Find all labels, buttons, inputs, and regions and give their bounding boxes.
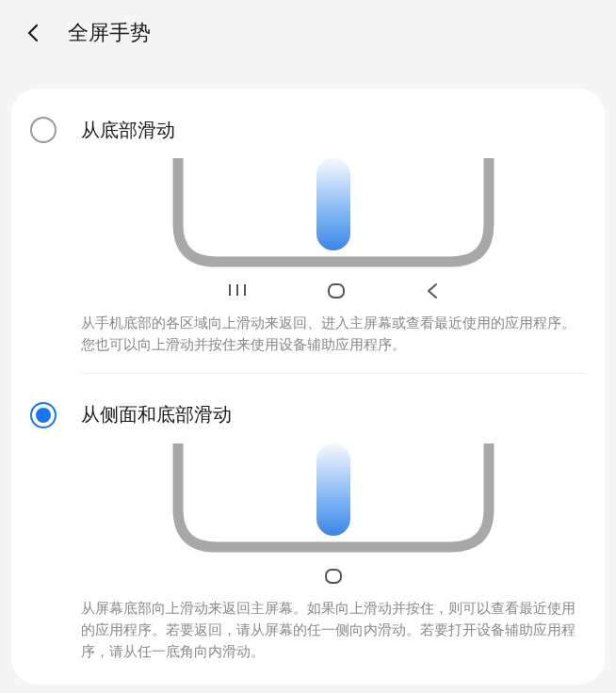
page-title: 全屏手势 <box>68 19 151 47</box>
home-icon <box>324 568 343 589</box>
option-swipe-from-bottom[interactable]: 从底部滑动 <box>11 102 605 356</box>
back-icon[interactable] <box>23 22 45 44</box>
option-header: 从底部滑动 <box>30 105 586 154</box>
option-body: 从屏幕底部向上滑动来返回主屏幕。如果向上滑动并按住，则可以查看最近使用的应用程序… <box>30 440 586 663</box>
option-description: 从手机底部的各区域向上滑动来返回、进入主屏幕或查看最近使用的应用程序。您也可以向… <box>81 312 586 356</box>
recents-icon <box>228 282 247 304</box>
phone-frame-illustration <box>159 443 508 556</box>
divider <box>81 373 586 374</box>
svg-rect-5 <box>316 443 350 536</box>
option-swipe-from-sides-and-bottom[interactable]: 从侧面和底部滑动 从屏幕底部向上滑动来返回主屏幕。如果向上滑 <box>11 387 605 663</box>
option-title: 从底部滑动 <box>81 118 175 143</box>
phone-frame-illustration <box>159 158 508 271</box>
option-body: 从手机底部的各区域向上滑动来返回、进入主屏幕或查看最近使用的应用程序。您也可以向… <box>30 154 586 356</box>
svg-rect-6 <box>326 570 341 583</box>
option-description: 从屏幕底部向上滑动来返回主屏幕。如果向上滑动并按住，则可以查看最近使用的应用程序… <box>81 597 586 663</box>
option-header: 从侧面和底部滑动 <box>30 391 586 440</box>
option-title: 从侧面和底部滑动 <box>81 402 232 427</box>
options-card: 从底部滑动 <box>11 89 605 685</box>
header: 全屏手势 <box>0 0 616 66</box>
nav-icons-row <box>159 568 508 589</box>
radio-unselected[interactable] <box>30 117 57 143</box>
back-nav-icon <box>426 282 439 304</box>
home-icon <box>327 282 346 304</box>
radio-selected[interactable] <box>30 402 57 428</box>
svg-rect-4 <box>329 284 344 298</box>
nav-icons-row <box>159 282 508 304</box>
svg-rect-0 <box>316 158 350 250</box>
